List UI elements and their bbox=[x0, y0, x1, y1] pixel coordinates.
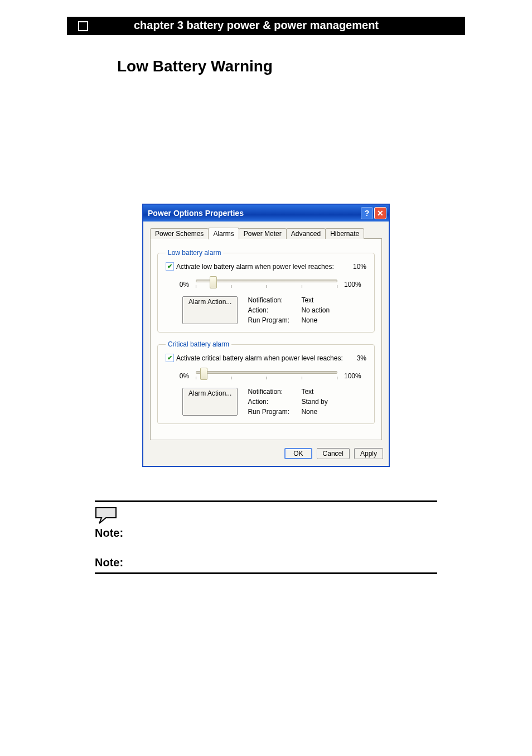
slider-rail bbox=[196, 280, 337, 282]
critical-notification-label: Notification: bbox=[248, 388, 298, 396]
low-alarm-action-button[interactable]: Alarm Action... bbox=[182, 296, 238, 324]
alarms-panel: Low battery alarm ✔ Activate low battery… bbox=[150, 238, 382, 440]
low-notification-value: Text bbox=[301, 296, 351, 304]
low-action-label: Action: bbox=[248, 306, 298, 314]
low-activate-label: Activate low battery alarm when power le… bbox=[176, 263, 334, 271]
low-run-label: Run Program: bbox=[248, 316, 298, 324]
dialog-body: Power Schemes Alarms Power Meter Advance… bbox=[143, 221, 389, 442]
critical-battery-legend: Critical battery alarm bbox=[166, 340, 231, 348]
tab-hibernate[interactable]: Hibernate bbox=[325, 228, 364, 239]
page-header-text: chapter 3 battery power & power manageme… bbox=[134, 19, 379, 31]
critical-battery-group: Critical battery alarm ✔ Activate critic… bbox=[157, 340, 375, 424]
critical-activate-checkbox[interactable]: ✔ bbox=[166, 354, 174, 362]
critical-action-row: Alarm Action... Notification: Text Actio… bbox=[182, 388, 366, 416]
low-notification-label: Notification: bbox=[248, 296, 298, 304]
low-slider-max: 100% bbox=[344, 281, 366, 288]
help-icon: ? bbox=[365, 209, 370, 217]
note-callout-icon bbox=[95, 507, 437, 526]
low-percent-value: 10% bbox=[353, 263, 366, 271]
dialog-title: Power Options Properties bbox=[148, 209, 244, 218]
critical-run-label: Run Program: bbox=[248, 408, 298, 416]
note-label-2: Note: bbox=[95, 556, 437, 569]
critical-slider-row: 0% 100% bbox=[176, 369, 366, 383]
critical-action-value: Stand by bbox=[301, 398, 351, 406]
critical-alarm-action-button[interactable]: Alarm Action... bbox=[182, 388, 238, 416]
low-action-value: No action bbox=[301, 306, 351, 314]
slider-ticks bbox=[196, 285, 337, 291]
critical-activate-row: ✔ Activate critical battery alarm when p… bbox=[166, 354, 366, 362]
low-activate-checkbox[interactable]: ✔ bbox=[166, 262, 174, 271]
page-header-bar: chapter 3 battery power & power manageme… bbox=[67, 17, 465, 35]
dialog-footer: OK Cancel Apply bbox=[143, 442, 389, 466]
dialog-titlebar[interactable]: Power Options Properties ? ✕ bbox=[143, 205, 389, 221]
low-battery-legend: Low battery alarm bbox=[166, 249, 223, 257]
low-slider-min: 0% bbox=[176, 281, 189, 288]
section-title: Low Battery Warning bbox=[117, 57, 465, 75]
critical-percent-value: 3% bbox=[357, 354, 366, 362]
tab-strip: Power Schemes Alarms Power Meter Advance… bbox=[150, 227, 382, 239]
critical-slider[interactable] bbox=[196, 369, 337, 383]
slider-rail bbox=[196, 371, 337, 374]
note-block-2: Note: bbox=[95, 556, 437, 574]
titlebar-buttons: ? ✕ bbox=[361, 207, 386, 219]
critical-action-label: Action: bbox=[248, 398, 298, 406]
note-block-1: Note: bbox=[95, 500, 437, 540]
ok-button[interactable]: OK bbox=[284, 448, 312, 459]
low-run-value: None bbox=[301, 316, 351, 324]
critical-kv-grid: Notification: Text Action: Stand by Run … bbox=[248, 388, 351, 416]
tab-advanced[interactable]: Advanced bbox=[286, 228, 326, 239]
note-label-1: Note: bbox=[95, 527, 437, 540]
cancel-button[interactable]: Cancel bbox=[317, 448, 350, 459]
critical-activate-label: Activate critical battery alarm when pow… bbox=[176, 354, 343, 362]
low-slider[interactable] bbox=[196, 277, 337, 292]
slider-ticks bbox=[196, 377, 337, 382]
power-options-dialog: Power Options Properties ? ✕ Power Schem… bbox=[142, 204, 390, 467]
apply-button[interactable]: Apply bbox=[354, 448, 383, 459]
tab-power-meter[interactable]: Power Meter bbox=[239, 228, 287, 239]
critical-slider-max: 100% bbox=[344, 372, 366, 380]
critical-run-value: None bbox=[301, 408, 351, 416]
help-button[interactable]: ? bbox=[361, 207, 373, 219]
tab-alarms[interactable]: Alarms bbox=[208, 228, 239, 239]
close-icon: ✕ bbox=[377, 209, 384, 217]
low-battery-group: Low battery alarm ✔ Activate low battery… bbox=[157, 249, 375, 333]
low-activate-row: ✔ Activate low battery alarm when power … bbox=[166, 262, 366, 271]
critical-slider-min: 0% bbox=[176, 372, 189, 380]
critical-notification-value: Text bbox=[301, 388, 351, 396]
close-button[interactable]: ✕ bbox=[374, 207, 386, 219]
low-kv-grid: Notification: Text Action: No action Run… bbox=[248, 296, 351, 324]
low-slider-row: 0% 100% bbox=[176, 277, 366, 292]
low-action-row: Alarm Action... Notification: Text Actio… bbox=[182, 296, 366, 324]
tab-power-schemes[interactable]: Power Schemes bbox=[150, 228, 209, 239]
